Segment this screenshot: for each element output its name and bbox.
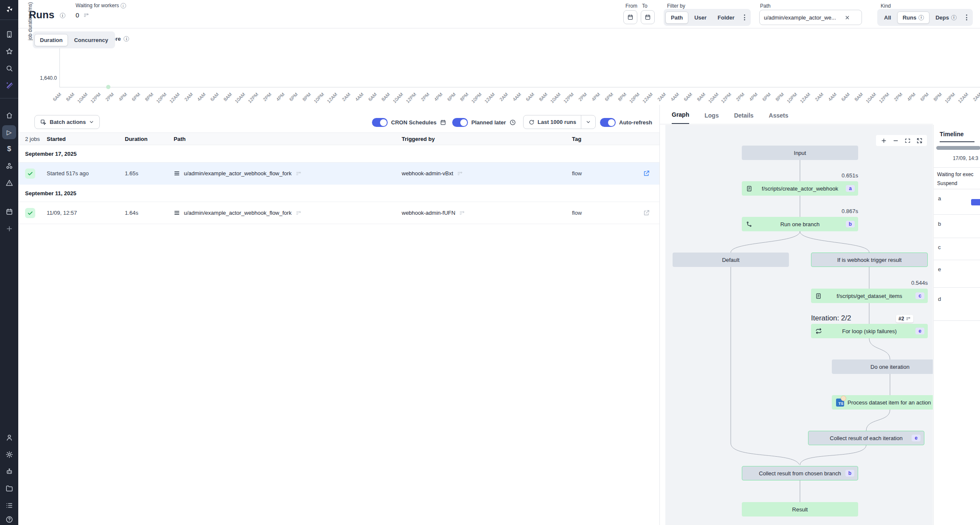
planned-later-toggle[interactable] (452, 118, 468, 127)
from-date-button[interactable] (623, 10, 637, 24)
node-badge: e (915, 328, 924, 334)
run-started: Started 517s ago (47, 170, 89, 177)
filter-by-path-icon[interactable] (296, 210, 301, 216)
sidebar-item-settings[interactable] (0, 446, 18, 463)
tab-concurrency[interactable]: Concurrency (69, 34, 113, 46)
open-run-icon[interactable] (643, 170, 650, 177)
sidebar-item-apps[interactable] (0, 26, 18, 43)
flow-node-if-branch[interactable]: If is webhook trigger result (811, 253, 928, 267)
sidebar-item-runs[interactable]: ▷ (2, 125, 16, 139)
search-icon[interactable] (0, 60, 18, 77)
timeline-scrollbar[interactable] (936, 146, 980, 150)
hamburger-icon[interactable] (174, 170, 180, 177)
sidebar-item-audit[interactable] (0, 174, 18, 191)
chart-x-tick: 2AM (341, 92, 351, 102)
tab-logs[interactable]: Logs (704, 112, 718, 124)
help-icon[interactable] (0, 514, 18, 525)
sidebar-item-add[interactable] (0, 220, 18, 237)
kind-kebab-menu[interactable] (966, 14, 968, 20)
sidebar-item-favorites[interactable] (0, 43, 18, 60)
windmill-logo-icon[interactable] (0, 0, 18, 19)
filter-kebab-menu[interactable] (744, 14, 746, 20)
flow-node-forloop[interactable]: For loop (skip failures) e (811, 324, 928, 338)
sidebar-item-home[interactable] (0, 107, 18, 124)
info-icon[interactable]: i (121, 3, 126, 8)
sidebar-item-logs[interactable] (0, 497, 18, 514)
panel-divider (659, 105, 660, 525)
sidebar-item-folders[interactable] (0, 480, 18, 497)
col-path[interactable]: Path (174, 136, 186, 142)
filter-by-path-icon[interactable] (296, 171, 301, 177)
filter-tab-folder[interactable]: Folder (712, 12, 740, 23)
chart-x-tick: 10PM (943, 92, 956, 104)
planned-later-toggle-row: Planned later (452, 118, 516, 127)
last-runs-button[interactable]: Last 1000 runs (523, 115, 596, 129)
zoom-out-icon[interactable] (890, 136, 901, 145)
chart-x-tick: 10PM (786, 92, 798, 104)
kind-tab-all[interactable]: All (879, 12, 896, 23)
to-date-button[interactable] (641, 10, 655, 24)
col-started[interactable]: Started (47, 136, 66, 142)
flow-node-result[interactable]: Result (742, 502, 858, 517)
clear-path-icon[interactable] (845, 15, 850, 20)
col-tag[interactable]: Tag (572, 136, 581, 142)
col-duration[interactable]: Duration (125, 136, 147, 142)
timeline-row-label: d (938, 296, 941, 302)
tab-graph[interactable]: Graph (672, 111, 689, 124)
graph-zoom-controls (876, 135, 927, 146)
tab-duration[interactable]: Duration (34, 34, 68, 46)
sidebar-item-schedules[interactable] (0, 203, 18, 220)
flow-node-collect-iteration[interactable]: Collect result of each iteration e (808, 431, 924, 445)
timeline-bar-a[interactable] (971, 199, 980, 205)
filter-by-trigger-icon[interactable] (459, 210, 465, 216)
flow-graph-canvas[interactable]: Input 0.651s f/scripts/create_actor_webh… (665, 125, 933, 525)
tab-assets[interactable]: Assets (769, 112, 789, 124)
flow-node-input[interactable]: Input (742, 146, 858, 160)
col-triggered-by[interactable]: Triggered by (402, 136, 435, 142)
open-run-icon[interactable] (643, 209, 650, 216)
kind-tab-deps[interactable]: Depsi (930, 12, 962, 23)
info-icon: i (951, 15, 957, 20)
windmill-runs-page: ▷ $ Runs i Waiting for workers i 0 From … (0, 0, 980, 525)
chart-x-tick: 4PM (591, 92, 601, 102)
chart-x-tick: 12PM (405, 92, 417, 104)
zoom-in-icon[interactable] (879, 136, 889, 145)
hamburger-icon[interactable] (174, 210, 180, 216)
expand-graph-icon[interactable] (914, 136, 924, 145)
table-row[interactable]: 11/09, 12:57 1.64s u/admin/example_actor… (18, 202, 659, 224)
run-path[interactable]: u/admin/example_actor_webhook_flow_fork (174, 170, 301, 177)
info-icon[interactable]: i (60, 13, 65, 18)
sidebar-item-workers[interactable] (0, 463, 18, 480)
last-runs-dropdown[interactable] (581, 115, 595, 129)
auto-refresh-toggle[interactable] (600, 118, 616, 127)
node-duration: 0.867s (842, 208, 858, 214)
filter-by-trigger-icon[interactable] (457, 171, 463, 177)
flow-node-a[interactable]: f/scripts/create_actor_webhook a (742, 181, 858, 196)
chart-x-tick: 2PM (893, 92, 903, 102)
filter-tab-path[interactable]: Path (665, 11, 688, 24)
tab-details[interactable]: Details (734, 112, 754, 124)
timeline-title[interactable]: Timeline (940, 131, 974, 142)
flow-node-c[interactable]: f/scripts/get_dataset_items c (811, 289, 928, 303)
fit-view-icon[interactable] (902, 136, 912, 145)
table-row[interactable]: Started 517s ago 1.65s u/admin/example_a… (18, 163, 659, 185)
filter-icon[interactable] (83, 12, 89, 18)
to-label: To (642, 3, 648, 9)
sidebar-item-user[interactable] (0, 429, 18, 446)
kind-tab-runs[interactable]: Runsi (897, 11, 930, 24)
sidebar-item-variables[interactable]: $ (0, 140, 18, 157)
batch-actions-button[interactable]: Batch actions (34, 115, 100, 129)
cron-schedules-toggle[interactable] (372, 118, 388, 127)
filter-tab-user[interactable]: User (689, 12, 712, 23)
sidebar-item-resources[interactable] (0, 157, 18, 174)
path-filter-input[interactable] (764, 14, 845, 21)
flow-node-default-branch[interactable]: Default (673, 253, 789, 267)
run-path[interactable]: u/admin/example_actor_webhook_flow_fork (174, 210, 301, 216)
flow-node-b[interactable]: Run one branch b (742, 217, 858, 231)
chart-tabs: Duration Concurrency (33, 31, 115, 48)
flow-node-do-one-iteration[interactable]: Do one iteration (832, 359, 933, 374)
iteration-selector[interactable]: #2 (896, 315, 913, 323)
flow-node-process-item[interactable]: TS Process dataset item for an action (832, 395, 933, 410)
chart-x-tick: 10AM (865, 92, 877, 104)
flow-node-collect-branch[interactable]: Collect result from chosen branch b (742, 466, 858, 480)
